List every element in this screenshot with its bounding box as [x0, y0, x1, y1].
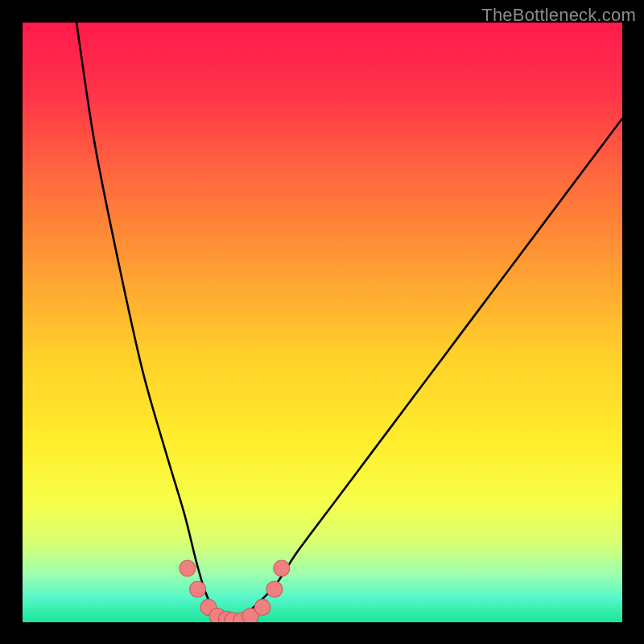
- plot-area: [23, 23, 622, 622]
- marker-dot: [254, 599, 270, 615]
- marker-dot: [274, 560, 290, 576]
- watermark-text: TheBottleneck.com: [481, 5, 636, 26]
- marker-dot: [266, 581, 283, 597]
- highlight-markers: [180, 560, 290, 622]
- curve-layer: [23, 23, 622, 622]
- marker-dot: [190, 581, 206, 597]
- chart-frame: TheBottleneck.com: [0, 0, 644, 644]
- bottleneck-curve: [76, 23, 622, 622]
- marker-dot: [180, 560, 196, 576]
